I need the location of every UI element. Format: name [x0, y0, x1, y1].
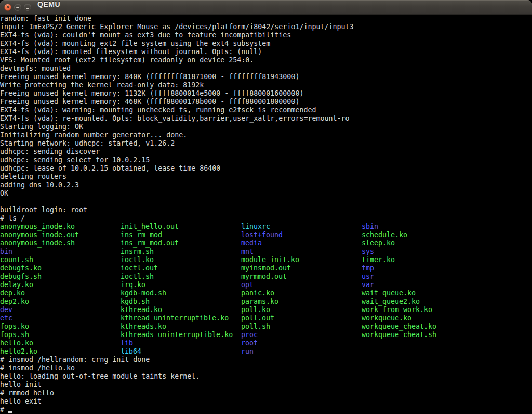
ls-entry-file: count.sh [0, 256, 121, 264]
ls-entry-file: ioctl.ko [121, 256, 241, 264]
ls-output-row: debugfs.shioctl.shmyrmmod.outusr [0, 273, 532, 281]
ls-entry-file: work_from_work.ko [362, 306, 432, 314]
ls-entry-file: sleep.ko [362, 239, 395, 248]
ls-entry-file: kthread_uninterruptible.ko [121, 314, 241, 322]
ls-output-row: bininsrm.shmntsys [0, 248, 532, 256]
ls-entry-dir: var [362, 281, 374, 289]
ls-entry-file: hello2.ko [0, 347, 121, 356]
boot-message-line: EXT4-fs (vda): couldn't mount as ext3 du… [0, 31, 532, 40]
minimize-button[interactable] [14, 4, 21, 11]
ls-entry-file: kgdb-mod.sh [121, 289, 241, 297]
maximize-icon [26, 6, 29, 9]
ls-entry-file: kgdb.sh [121, 297, 241, 306]
ls-entry-file: schedule.ko [362, 231, 407, 239]
ls-entry-file: params.ko [241, 297, 362, 306]
ls-entry-file: kthread.ko [121, 306, 241, 314]
boot-message-line: input: ImExPS/2 Generic Explorer Mouse a… [0, 23, 532, 31]
ls-entry-file: kthreads_uninterruptible.ko [121, 331, 241, 339]
boot-message-line: Starting logging: OK [0, 123, 532, 131]
ls-entry-file: workqueue_cheat.ko [362, 322, 436, 331]
boot-message-line: VFS: Mounted root (ext2 filesystem) read… [0, 56, 532, 64]
ls-entry-dir: tmp [362, 264, 374, 273]
shell-command-line: # ls / [0, 214, 532, 223]
ls-entry-file: anonymous_inode.ko [0, 223, 121, 231]
shell-output-line: # insmod /hellrandom: crng init done [0, 356, 532, 364]
ls-entry-file: ins_rm_mod [121, 231, 241, 239]
terminal-cursor [8, 411, 12, 413]
ls-entry-file: myrmmod.out [241, 273, 362, 281]
ls-entry-file: debugfs.ko [0, 264, 121, 273]
ls-entry-file: panic.ko [241, 289, 362, 297]
boot-message-line: random: fast init done [0, 15, 532, 23]
ls-entry-file: workqueue_cheat.sh [362, 331, 436, 339]
ls-entry-file: debugfs.sh [0, 273, 121, 281]
terminal[interactable]: random: fast init doneinput: ImExPS/2 Ge… [0, 15, 532, 414]
ls-entry-dir: dev [0, 306, 121, 314]
login-line: buildroot login: root [0, 206, 532, 214]
shell-prompt-line: # [0, 406, 532, 414]
ls-entry-dir: proc [241, 331, 362, 339]
minimize-icon [16, 7, 19, 8]
boot-message-line: EXT4-fs (vda): mounting ext2 file system… [0, 40, 532, 48]
ls-entry-file: dep.ko [0, 289, 121, 297]
boot-message-line: Write protecting the kernel read-only da… [0, 81, 532, 89]
boot-message-line: udhcpc: lease of 10.0.2.15 obtained, lea… [0, 164, 532, 173]
close-icon: ✕ [6, 5, 10, 10]
ls-entry-file: ioctl.out [121, 264, 241, 273]
boot-message-line: OK [0, 189, 532, 198]
boot-message-line: deleting routers [0, 173, 532, 181]
window-title: QEMU [37, 0, 60, 15]
close-button[interactable]: ✕ [4, 4, 11, 11]
boot-message-line: devtmpfs: mounted [0, 64, 532, 73]
shell-output-line: # rmmod hello [0, 389, 532, 397]
ls-entry-file: timer.ko [362, 256, 395, 264]
ls-output-row: fops.shkthreads_uninterruptible.koprocwo… [0, 331, 532, 339]
ls-entry-dir: root [241, 339, 362, 347]
ls-entry-file: fops.sh [0, 331, 121, 339]
boot-message-line: Initializing random number generator... … [0, 131, 532, 139]
ls-entry-file: anonymous_inode.out [0, 231, 121, 239]
ls-entry-dir: usr [362, 273, 374, 281]
ls-output-row: dep2.kokgdb.shparams.kowait_queue2.ko [0, 297, 532, 306]
ls-output-row: devkthread.kopoll.kowork_from_work.ko [0, 306, 532, 314]
boot-message-line: EXT4-fs (vda): re-mounted. Opts: block_v… [0, 114, 532, 123]
maximize-button[interactable] [24, 4, 31, 11]
ls-entry-dir: opt [241, 281, 362, 289]
ls-entry-link: lib64 [121, 347, 241, 356]
boot-message-line: EXT4-fs (vda): warning: mounting uncheck… [0, 106, 532, 114]
ls-output-row: hello2.kolib64run [0, 347, 532, 356]
ls-output-row: debugfs.koioctl.outmyinsmod.outtmp [0, 264, 532, 273]
ls-entry-file: anonymous_inode.sh [0, 239, 121, 248]
boot-message-line: udhcpc: sending discover [0, 148, 532, 156]
ls-output-row: anonymous_inode.koinit_hello.outlinuxrcs… [0, 223, 532, 231]
boot-message-line: Freeing unused kernel memory: 1132K (fff… [0, 89, 532, 98]
shell-output-line: hello exit [0, 397, 532, 406]
ls-entry-file: wait_queue2.ko [362, 297, 420, 306]
ls-entry-dir: sys [362, 248, 374, 256]
ls-entry-dir: lost+found [241, 231, 362, 239]
boot-message-line: udhcpc: sending select for 10.0.2.15 [0, 156, 532, 164]
ls-entry-file: kthreads.ko [121, 322, 241, 331]
boot-message-line: adding dns 10.0.2.3 [0, 181, 532, 189]
ls-output-row: anonymous_inode.outins_rm_modlost+founds… [0, 231, 532, 239]
ls-entry-dir: run [241, 347, 362, 356]
ls-entry-file: myinsmod.out [241, 264, 362, 273]
ls-output-row: etckthread_uninterruptible.kopoll.outwor… [0, 314, 532, 322]
boot-message-line: EXT4-fs (vda): mounted filesystem withou… [0, 48, 532, 56]
shell-output-line: hello: loading out-of-tree module taints… [0, 372, 532, 381]
ls-entry-file: module_init.ko [241, 256, 362, 264]
boot-message-line: Freeing unused kernel memory: 468K (ffff… [0, 98, 532, 106]
ls-entry-file: poll.sh [241, 322, 362, 331]
ls-output-row: count.shioctl.komodule_init.kotimer.ko [0, 256, 532, 264]
ls-entry-file: fops.ko [0, 322, 121, 331]
boot-message-line: Freeing unused kernel memory: 840K (ffff… [0, 73, 532, 81]
ls-output-row: dep.kokgdb-mod.shpanic.kowait_queue.ko [0, 289, 532, 297]
ls-entry-dir: mnt [241, 248, 362, 256]
window-titlebar[interactable]: ✕ QEMU [0, 0, 532, 15]
ls-entry-file: workqueue.ko [362, 314, 411, 322]
ls-entry-file: init_hello.out [121, 223, 241, 231]
ls-entry-dir: lib [121, 339, 241, 347]
ls-output-row: delay.koirq.kooptvar [0, 281, 532, 289]
ls-entry-file: hello.ko [0, 339, 121, 347]
ls-output-row: hello.kolibroot [0, 339, 532, 347]
